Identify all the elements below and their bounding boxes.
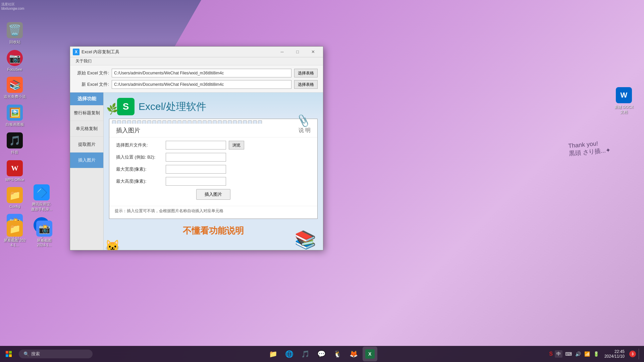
taskbar-search-label: 搜索: [31, 351, 40, 357]
desktop-icon-screenshot2[interactable]: 📸 屏幕截图2024-1...: [31, 219, 58, 249]
douyin-label: 抖音: [11, 150, 18, 155]
original-select-sheet-button[interactable]: 选择表格: [294, 69, 318, 77]
main-content: 选择功能 整行标题复制 单元格复制 提取图片 插入图片 🌿 S Excel/处理…: [70, 93, 323, 250]
taskbar-app-tiktok[interactable]: 🎵: [298, 347, 313, 361]
desktop-icon-novel[interactable]: 📚 追光免费小说: [1, 75, 28, 101]
desktop-icon-config[interactable]: 📁 Config: [1, 185, 28, 210]
bottom-text: 不懂看功能说明: [110, 225, 316, 237]
desktop-icons-right: W 新建 DOCX文档: [610, 87, 637, 115]
recycle-bin-icon: 🗑️: [7, 22, 23, 38]
form-area: 选择图片文件夹: 浏览 插入位置 (例如: B2): 最大宽度(像素):: [109, 137, 317, 206]
svg-rect-3: [9, 354, 12, 357]
config-icon: 📁: [7, 187, 23, 203]
recycle-bin-label: 回收站: [9, 40, 20, 45]
focussee-icon: 📷: [7, 50, 23, 66]
original-file-path: C:/Users/admin/Documents/WeChat Files/wx…: [112, 69, 291, 77]
close-button[interactable]: ✕: [305, 47, 321, 57]
docx-label: 新建 DOCX文档: [614, 105, 634, 115]
focussee-label: FocuSee: [7, 67, 22, 71]
svg-rect-2: [6, 354, 8, 357]
taskbar-app-qq[interactable]: 🐧: [330, 347, 345, 361]
tray-icon-1[interactable]: ⌨: [565, 351, 573, 357]
sidebar-item-copy-cell[interactable]: 单元格复制: [70, 121, 103, 137]
panel-content: 插入图片 说 明 选择图片文件夹: 浏览 插入位置 (例如: B: [109, 124, 318, 219]
maximize-button[interactable]: □: [290, 47, 305, 57]
panel-help: 说 明: [299, 127, 311, 134]
execute-row: 插入图片: [116, 189, 311, 200]
original-file-label: 原始 Excel 文件:: [75, 70, 109, 76]
cat-decoration: 🐱: [105, 239, 120, 250]
taskbar-right: S 中 ⌨ 🔊 📶 🔋 22:45 2024/11/10 3: [549, 349, 644, 359]
taskbar-app-browser2[interactable]: 🦊: [346, 347, 361, 361]
wps-icon: W: [7, 160, 23, 176]
tip-text: 提示：插入位置可不填，会根据图片名称自动插入对应单元格: [109, 206, 317, 216]
taskbar-app-explorer[interactable]: 📁: [266, 347, 281, 361]
notebook-panel-wrapper: 📎: [109, 119, 318, 219]
screenshot2-label: 屏幕截图2024-1...: [37, 238, 52, 247]
desktop-icon-board[interactable]: 🖼️ 白板画图板: [1, 103, 28, 129]
config-label: Config: [9, 204, 20, 208]
taskbar-app-excel[interactable]: X: [363, 347, 377, 361]
notification-badge[interactable]: 3: [629, 351, 636, 357]
tencent-icon: 🔷: [34, 184, 50, 200]
desktop-icon-wps[interactable]: W WPS Office: [1, 158, 28, 184]
folder3-icon: 📁: [7, 221, 23, 237]
max-height-label: 最大高度(像素):: [116, 178, 163, 184]
desktop-icon-folder3[interactable]: 📁 屏幕截图 2024-1...: [1, 219, 28, 249]
app-icon: X: [73, 49, 79, 55]
start-button[interactable]: [1, 347, 16, 361]
taskbar-app-wechat[interactable]: 💬: [314, 347, 329, 361]
sidebar-item-extract-image[interactable]: 提取图片: [70, 137, 103, 153]
browse-button[interactable]: 浏览: [229, 141, 244, 149]
max-height-input[interactable]: [166, 177, 226, 186]
novel-icon: 📚: [7, 77, 23, 93]
insert-image-button[interactable]: 插入图片: [196, 189, 230, 200]
tray-icon-3[interactable]: 📶: [584, 351, 591, 357]
bottom-area: 不懂看功能说明 📚 🐱: [104, 222, 323, 240]
input-method-indicator[interactable]: 中: [555, 350, 562, 358]
desktop-icon-douyin[interactable]: 🎵 抖音: [1, 130, 28, 157]
title-bar-buttons: ─ □ ✕: [275, 47, 320, 57]
taskbar: 🔍 搜索 📁 🌐 🎵 💬 🐧 🦊 X S 中 ⌨ 🔊 📶 🔋 22:45: [0, 346, 644, 362]
screenshot2-icon: 📸: [36, 221, 52, 237]
taskbar-clock: 22:45 2024/11/10: [602, 349, 627, 359]
new-select-sheet-button[interactable]: 选择表格: [294, 80, 318, 89]
position-input[interactable]: [166, 153, 226, 162]
minimize-button[interactable]: ─: [274, 47, 290, 57]
sidebar-item-insert-image[interactable]: 插入图片: [70, 153, 103, 168]
sidebar: 选择功能 整行标题复制 单元格复制 提取图片 插入图片: [70, 93, 104, 250]
max-width-input[interactable]: [166, 165, 226, 174]
desktop-icons-bottom-left: 📁 屏幕截图 2024-1... 📸 屏幕截图2024-1...: [0, 217, 59, 250]
desktop-icon-focussee[interactable]: 📷 FocuSee: [1, 48, 28, 73]
board-label: 白板画图板: [6, 122, 24, 127]
max-height-row: 最大高度(像素):: [116, 177, 311, 186]
panel-title: 插入图片: [116, 126, 140, 134]
battery-icon[interactable]: 🔋: [593, 351, 600, 357]
tencent-label: 腾讯应用宝·遨游手机录...: [31, 202, 52, 212]
banner-area: 🌿 S Excel/处理软件: [104, 93, 323, 119]
title-bar[interactable]: X Excel 内容复制工具 ─ □ ✕: [70, 47, 323, 57]
banner-icon-s: S: [117, 98, 135, 115]
taskbar-search-bar[interactable]: 🔍 搜索: [19, 350, 93, 358]
app-window: X Excel 内容复制工具 ─ □ ✕ 关于我们 原始 Excel 文件: C…: [70, 46, 323, 250]
douyin-icon: 🎵: [7, 132, 23, 148]
svg-rect-0: [6, 351, 8, 354]
desktop-icon-docx[interactable]: W 新建 DOCX文档: [610, 87, 637, 115]
tray-icon-2[interactable]: 🔊: [575, 351, 582, 357]
desktop-icon-tencent[interactable]: 🔷 腾讯应用宝·遨游手机录...: [28, 182, 55, 214]
window-title: Excel 内容复制工具: [82, 49, 275, 55]
original-file-row: 原始 Excel 文件: C:/Users/admin/Documents/We…: [75, 69, 318, 77]
max-width-row: 最大宽度(像素):: [116, 165, 311, 174]
file-section: 原始 Excel 文件: C:/Users/admin/Documents/We…: [70, 65, 323, 93]
wps-tray-icon[interactable]: S: [549, 351, 553, 357]
desktop-icon-recycle-bin[interactable]: 🗑️ 回收站: [1, 20, 28, 47]
novel-label: 追光免费小说: [4, 94, 26, 99]
taskbar-center: 📁 🌐 🎵 💬 🐧 🦊 X: [94, 347, 549, 361]
folder3-label: 屏幕截图 2024-1...: [3, 238, 26, 247]
taskbar-app-edge[interactable]: 🌐: [282, 347, 297, 361]
show-desktop-button[interactable]: [639, 349, 641, 359]
sidebar-item-copy-row-header[interactable]: 整行标题复制: [70, 105, 103, 121]
new-file-row: 新 Excel 文件: C:/Users/admin/Documents/WeC…: [75, 80, 318, 89]
menu-about[interactable]: 关于我们: [73, 58, 94, 65]
folder-input[interactable]: [166, 141, 226, 149]
